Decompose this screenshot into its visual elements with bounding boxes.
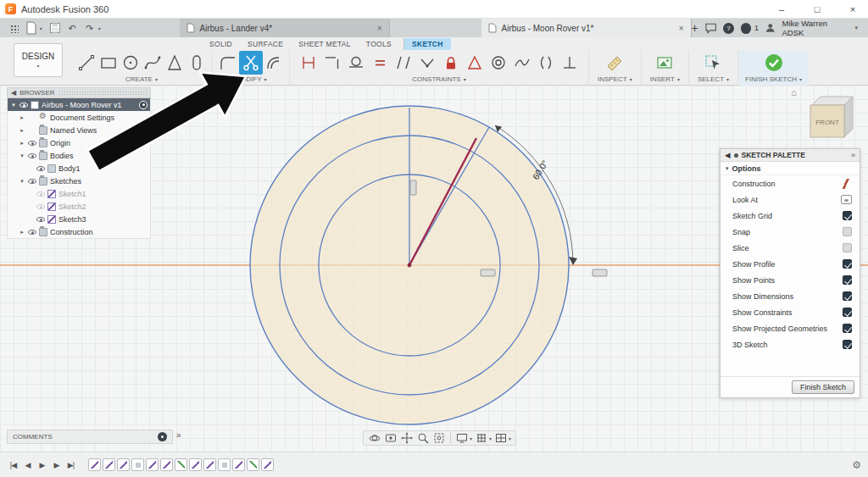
timeline-feature-icon[interactable] [175, 458, 187, 471]
add-tab-button[interactable]: + [692, 22, 698, 34]
group-label-inspect[interactable]: INSPECT▾ [598, 75, 632, 83]
browser-item-label[interactable]: Named Views [50, 126, 97, 135]
home-view-icon[interactable]: ⌂ [791, 87, 797, 97]
timeline-feature-icon[interactable] [117, 458, 130, 471]
horizontal-vertical-constraint-button[interactable] [320, 52, 344, 74]
timeline-feature-icon[interactable] [247, 458, 259, 471]
section-expand-icon[interactable]: ▾ [726, 165, 729, 172]
timeline-gear-icon[interactable]: ⚙ [852, 459, 861, 471]
trim-tool-button[interactable] [239, 51, 263, 75]
polygon-tool-button[interactable] [164, 52, 186, 74]
ribbon-tab[interactable]: SHEET METAL [291, 38, 359, 50]
palette-option-row[interactable]: Sketch Grid [721, 208, 860, 224]
palette-option-row[interactable]: Show Dimensions [721, 288, 860, 304]
expand-arrow-icon[interactable]: ▸ [19, 127, 25, 134]
concentric-constraint-button[interactable] [487, 52, 510, 74]
curvature-constraint-button[interactable] [534, 52, 558, 74]
rectangle-tool-button[interactable] [97, 52, 120, 74]
timeline-feature-icon[interactable] [218, 458, 231, 471]
visibility-eye-icon[interactable] [28, 141, 36, 146]
browser-item-label[interactable]: Sketch3 [58, 215, 86, 224]
activate-component-radio[interactable] [139, 101, 147, 109]
browser-tree-item[interactable]: Body1 [8, 162, 150, 175]
browser-item-label[interactable]: Sketches [50, 177, 81, 186]
palette-option-row[interactable]: Slice [721, 240, 860, 256]
palette-option-control[interactable] [843, 291, 852, 301]
browser-tree-item[interactable]: Sketch3 [8, 213, 150, 225]
timeline-playback-button[interactable]: |◀ [7, 461, 19, 469]
palette-option-control[interactable] [843, 211, 852, 220]
chevron-down-icon[interactable]: ▾ [509, 435, 511, 441]
redo-button[interactable]: ↷ [81, 20, 97, 36]
timeline-playback-button[interactable]: ▶| [64, 461, 77, 469]
document-tab[interactable]: Airbus - Moon Rover v1* × [481, 19, 692, 37]
browser-tree-item[interactable]: ▸ Origin [8, 136, 150, 149]
maximize-button[interactable]: □ [802, 0, 832, 18]
expand-arrow-icon[interactable]: ▸ [19, 114, 25, 121]
browser-tree-item[interactable]: ▸ Construction [8, 225, 150, 238]
ribbon-tab[interactable]: SURFACE [240, 38, 291, 50]
comment-bubble-icon[interactable] [705, 23, 716, 34]
timeline-playback-button[interactable]: ◀ [21, 461, 34, 469]
visibility-eye-icon[interactable] [28, 153, 36, 158]
palette-header[interactable]: ◀ SKETCH PALETTE » [721, 149, 860, 162]
palette-option-control[interactable] [839, 179, 852, 189]
browser-item-label[interactable]: Sketch2 [58, 202, 86, 211]
close-tab-icon[interactable]: × [679, 24, 684, 33]
palette-option-control[interactable] [843, 308, 852, 317]
zoom-icon[interactable] [416, 432, 430, 445]
symmetry-constraint-button[interactable] [463, 52, 487, 74]
timeline-feature-icon[interactable] [203, 458, 216, 471]
collapse-panel-icon[interactable]: ◀ [725, 151, 731, 159]
close-button[interactable]: × [837, 0, 868, 18]
comments-expand-icon[interactable]: » [176, 430, 181, 440]
expand-arrow-icon[interactable]: ▾ [19, 178, 25, 185]
workspace-selector[interactable]: DESIGN ▾ [14, 43, 63, 77]
perpendicular-constraint-button[interactable] [558, 52, 581, 74]
timeline-feature-icon[interactable] [261, 458, 274, 471]
angle-dimension-label[interactable]: 60.0° [531, 158, 550, 181]
expand-arrow-icon[interactable]: ▸ [19, 140, 25, 147]
user-avatar-icon[interactable] [765, 23, 775, 33]
palette-option-control[interactable] [843, 227, 852, 236]
sketch-handle[interactable] [481, 269, 495, 276]
palette-option-row[interactable]: Show Constraints [721, 304, 860, 320]
palette-option-control[interactable] [843, 340, 852, 349]
palette-option-control[interactable] [843, 243, 852, 252]
timeline-feature-icon[interactable] [131, 458, 144, 471]
timeline-feature-icon[interactable] [160, 458, 173, 471]
palette-option-row[interactable]: Look At [721, 191, 860, 208]
browser-tree-item[interactable]: Sketch1 [8, 187, 150, 200]
group-label-finish-sketch[interactable]: FINISH SKETCH▾ [745, 75, 802, 83]
browser-tree-item[interactable]: ▾ Airbus - Moon Rover v1 [8, 98, 150, 111]
palette-option-control[interactable] [843, 275, 852, 285]
browser-tree-item[interactable]: ▸ Document Settings [8, 111, 150, 124]
finish-sketch-button[interactable] [763, 52, 785, 74]
group-label-constraints[interactable]: CONSTRAINTS▾ [412, 75, 465, 83]
browser-header[interactable]: ◀ BROWSER [7, 87, 151, 98]
sketch-handle[interactable] [593, 269, 607, 276]
comments-target-icon[interactable] [158, 432, 167, 441]
file-new-icon[interactable] [22, 20, 39, 36]
circle-tool-button[interactable] [120, 52, 142, 74]
ribbon-tab[interactable]: TOOLS [359, 38, 399, 50]
smooth-constraint-button[interactable] [510, 52, 534, 74]
visibility-eye-icon[interactable] [36, 191, 45, 197]
expand-arrow-icon[interactable]: ▾ [10, 102, 17, 108]
ribbon-tab[interactable]: SOLID [202, 38, 240, 50]
fix-constraint-button[interactable] [439, 52, 463, 74]
group-label-create[interactable]: CREATE▾ [125, 75, 158, 83]
pan-icon[interactable] [400, 432, 414, 445]
expand-arrow-icon[interactable]: ▸ [19, 229, 25, 236]
insert-tool-button[interactable] [654, 52, 676, 74]
palette-options-section[interactable]: ▾ Options [721, 162, 860, 175]
app-grid-icon[interactable] [5, 20, 22, 36]
select-tool-button[interactable] [702, 52, 724, 74]
timeline-feature-icon[interactable] [88, 458, 101, 471]
notification-icon[interactable] [741, 23, 751, 34]
expand-arrow-icon[interactable]: ▾ [19, 153, 25, 159]
browser-item-label[interactable]: Sketch1 [58, 190, 86, 198]
measure-tool-button[interactable] [604, 52, 626, 74]
timeline-feature-icon[interactable] [189, 458, 202, 471]
visibility-eye-icon[interactable] [36, 166, 45, 171]
